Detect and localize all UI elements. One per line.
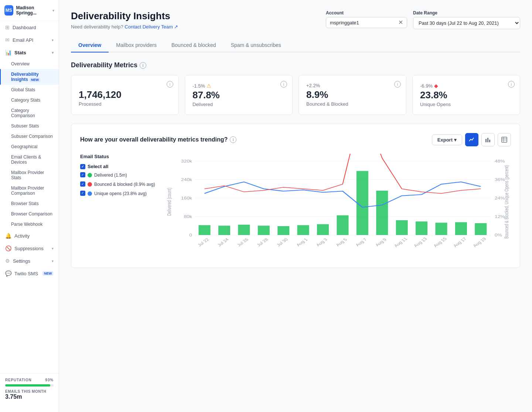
- deliverability-insights-badge: NEW: [30, 78, 40, 82]
- sidebar-item-geographical[interactable]: Geographical: [0, 142, 59, 152]
- account-label: Account: [326, 10, 407, 16]
- sidebar-item-email-api[interactable]: ✉ Email API ▾: [0, 34, 59, 46]
- metric-card-delivered: i -1.5%⚠ 87.8% Delivered: [185, 75, 293, 115]
- metric-value: 87.8%: [192, 89, 285, 101]
- sidebar-item-suppressions[interactable]: 🚫 Suppressions ▾: [0, 242, 59, 255]
- warn-icon: ⚠: [207, 83, 211, 89]
- org-logo[interactable]: MS Madison Springg... ▾: [0, 0, 59, 21]
- chart-x-labels: Jul 22Jul 24Jul 26Jul 28Jul 30Aug 1Aug 3…: [196, 236, 487, 248]
- svg-rect-2: [489, 140, 490, 142]
- reputation-bar-bg: [5, 384, 54, 387]
- sidebar-item-mailbox-provider-stats[interactable]: Mailbox Provider Stats: [0, 167, 59, 183]
- chart-body: Email Status ✓ Select all ✓ Delivered (1…: [80, 154, 511, 259]
- sidebar: MS Madison Springg... ▾ ⊞ Dashboard ✉ Em…: [0, 0, 59, 412]
- bar-6: [317, 224, 329, 235]
- sidebar-item-settings[interactable]: ⚙ Settings ▾: [0, 255, 59, 267]
- sidebar-item-category-stats[interactable]: Category Stats: [0, 95, 59, 105]
- sidebar-label-stats: Stats: [14, 50, 26, 55]
- sidebar-item-browser-comparison[interactable]: Browser Comparison: [0, 209, 59, 219]
- metric-value: 23.8%: [420, 89, 512, 101]
- svg-text:Delivered (count): Delivered (count): [167, 188, 173, 216]
- metric-info-icon[interactable]: i: [167, 81, 173, 88]
- export-button[interactable]: Export ▾: [432, 135, 462, 145]
- account-input-wrap[interactable]: ✕: [326, 17, 407, 28]
- bar-12: [435, 223, 447, 235]
- line-delivered: [204, 182, 481, 207]
- metric-change: +2.2%: [306, 83, 399, 88]
- svg-text:48%: 48%: [495, 159, 505, 164]
- table-chart-button[interactable]: [498, 133, 511, 146]
- settings-chevron-icon: ▾: [52, 259, 54, 263]
- danger-icon: ◆: [434, 83, 438, 89]
- select-all-checkbox[interactable]: ✓: [80, 164, 85, 169]
- sidebar-label-activity: Activity: [14, 233, 30, 239]
- tab-overview[interactable]: Overview: [71, 38, 109, 52]
- sidebar-item-subuser-comparison[interactable]: Subuser Comparison: [0, 131, 59, 142]
- sidebar-item-activity[interactable]: 🔔 Activity: [0, 229, 59, 242]
- contact-delivery-link[interactable]: Contact Delivery Team ↗: [125, 24, 178, 30]
- legend-select-all[interactable]: ✓ Select all: [80, 164, 155, 169]
- tab-bounced-blocked[interactable]: Bounced & blocked: [164, 38, 224, 52]
- legend-title: Email Status: [80, 154, 155, 159]
- bar-2: [238, 225, 250, 235]
- sidebar-item-stats[interactable]: 📊 Stats ▾: [0, 46, 59, 59]
- metric-info-icon[interactable]: i: [394, 81, 401, 88]
- legend-checkbox-bounced[interactable]: ✓: [80, 181, 85, 187]
- twilio-sms-new-badge: NEW: [42, 271, 53, 276]
- page-title-area: Deliverability Insights Need deliverabil…: [71, 10, 178, 30]
- sidebar-item-deliverability-insights[interactable]: Deliverability InsightsNEW: [0, 69, 59, 85]
- metric-card-unique-opens: i -6.9%◆ 23.8% Unique Opens: [412, 75, 520, 115]
- metric-info-icon[interactable]: i: [508, 81, 515, 88]
- chart-section: How are your overall deliverability metr…: [71, 124, 520, 268]
- sidebar-item-twilio-sms[interactable]: 💬 Twilio SMS NEW: [0, 267, 59, 280]
- suppressions-icon: 🚫: [5, 245, 11, 251]
- legend-item-delivered[interactable]: ✓ Delivered (1.5m): [80, 172, 155, 178]
- date-range-control: Date Range Past 30 days (Jul 22 to Aug 2…: [413, 10, 520, 29]
- date-range-select[interactable]: Past 30 days (Jul 22 to Aug 20, 2021): [413, 17, 520, 29]
- metric-value: 1,746,120: [79, 89, 171, 101]
- sidebar-item-browser-stats[interactable]: Browser Stats: [0, 198, 59, 209]
- chart-svg: 0 80k 160k 240k 320k 0% 12% 24% 36% 48% …: [164, 154, 511, 257]
- dashboard-icon: ⊞: [5, 24, 10, 30]
- sidebar-item-email-clients-devices[interactable]: Email Clients & Devices: [0, 152, 59, 167]
- sidebar-item-parse-webhook[interactable]: Parse Webhook: [0, 219, 59, 229]
- svg-rect-3: [502, 137, 507, 142]
- bar-chart-button[interactable]: [481, 133, 495, 146]
- account-input[interactable]: [330, 20, 395, 25]
- sidebar-item-subuser-stats[interactable]: Subuser Stats: [0, 121, 59, 131]
- tab-spam-unsubscribes[interactable]: Spam & unsubscribes: [224, 38, 289, 52]
- metric-info-icon[interactable]: i: [280, 81, 287, 88]
- bar-9: [376, 191, 388, 235]
- legend-checkbox-delivered[interactable]: ✓: [80, 172, 85, 177]
- x-label-9: Aug 9: [374, 237, 388, 247]
- reputation-section: REPUTATION 93%: [5, 378, 54, 382]
- metric-change-empty: [79, 83, 171, 88]
- legend-item-bounced[interactable]: ✓ Bounced & blocked (8.9% avg): [80, 181, 155, 188]
- chart-legend: Email Status ✓ Select all ✓ Delivered (1…: [80, 154, 155, 259]
- metric-card-processed: i 1,746,120 Processed: [71, 75, 179, 115]
- metric-label: Processed: [79, 101, 171, 107]
- export-chevron-icon: ▾: [454, 137, 457, 143]
- tab-mailbox-providers[interactable]: Mailbox providers: [109, 38, 164, 52]
- x-label-14: Aug 19: [472, 236, 488, 248]
- metric-label: Bounced & Blocked: [306, 101, 399, 107]
- clear-account-button[interactable]: ✕: [398, 20, 403, 25]
- sidebar-item-global-stats[interactable]: Global Stats: [0, 85, 59, 95]
- sidebar-item-dashboard[interactable]: ⊞ Dashboard: [0, 21, 59, 34]
- x-label-3: Jul 28: [256, 237, 270, 247]
- bar-0: [198, 225, 210, 235]
- sidebar-label-twilio-sms: Twilio SMS: [14, 271, 38, 276]
- legend-item-unique-opens[interactable]: ✓ Unique opens (23.8% avg): [80, 191, 155, 197]
- line-bounced: [204, 154, 481, 194]
- sidebar-item-mailbox-provider-comparison[interactable]: Mailbox Provider Comparison: [0, 183, 59, 198]
- svg-text:Bounced & Blocked, Unique Open: Bounced & Blocked, Unique Opens (percent…: [504, 165, 509, 238]
- sidebar-item-category-comparison[interactable]: Category Comparison: [0, 105, 59, 121]
- chart-info-icon[interactable]: i: [230, 136, 236, 143]
- page-header: Deliverability Insights Need deliverabil…: [71, 10, 520, 30]
- page-title: Deliverability Insights: [71, 10, 178, 22]
- legend-checkbox-unique-opens[interactable]: ✓: [80, 191, 85, 196]
- sidebar-item-overview[interactable]: Overview: [0, 59, 59, 69]
- line-chart-button[interactable]: [465, 133, 478, 146]
- x-label-11: Aug 13: [412, 236, 428, 248]
- metrics-info-icon[interactable]: i: [140, 62, 146, 69]
